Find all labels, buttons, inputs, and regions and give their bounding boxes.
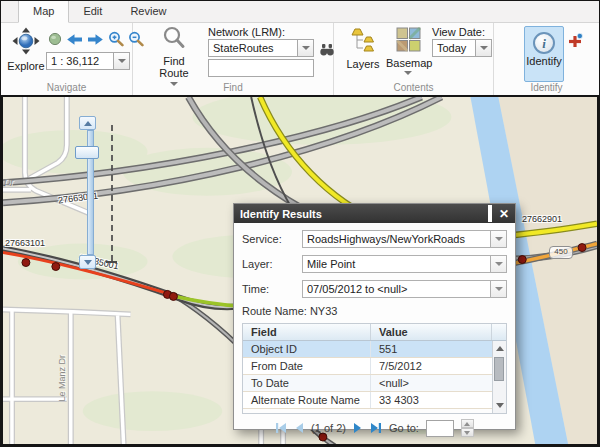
chevron-down-icon bbox=[495, 262, 503, 266]
table-row[interactable]: Object ID 551 bbox=[243, 341, 506, 358]
previous-page-button[interactable] bbox=[294, 422, 304, 434]
cell-field: To Date bbox=[243, 375, 371, 391]
identify-results-dialog: Identify Results ✕ Service: RoadsHighway… bbox=[233, 203, 516, 430]
cell-value: <null> bbox=[371, 375, 506, 391]
ribbon-tab-bar: Map Edit Review bbox=[1, 1, 599, 23]
scroll-up-icon[interactable] bbox=[496, 346, 504, 351]
identify-point-button[interactable] bbox=[566, 32, 584, 50]
map-canvas[interactable]: 27663001 27663101 27935001 27662901 Le M… bbox=[3, 97, 597, 444]
layer-label: Layer: bbox=[242, 258, 302, 270]
identify-button[interactable]: i Identify bbox=[524, 26, 564, 82]
cell-value: 33 4303 bbox=[371, 392, 506, 408]
layer-value: Mile Point bbox=[302, 255, 491, 273]
zoom-in-icon[interactable] bbox=[107, 30, 125, 48]
route-search-input[interactable] bbox=[208, 59, 314, 77]
table-scrollbar[interactable] bbox=[492, 341, 506, 413]
previous-extent-arrow-icon[interactable] bbox=[65, 32, 84, 47]
group-identify: i Identify Identify bbox=[494, 23, 599, 95]
layers-label: Layers bbox=[342, 58, 384, 70]
goto-spinner bbox=[461, 419, 474, 437]
basemap-button[interactable]: Basemap bbox=[386, 27, 430, 75]
scroll-thumb[interactable] bbox=[494, 357, 504, 381]
close-button[interactable]: ✕ bbox=[499, 209, 509, 219]
tab-edit[interactable]: Edit bbox=[69, 1, 116, 22]
goto-page-input[interactable] bbox=[426, 420, 454, 437]
cell-value: 7/5/2012 bbox=[371, 358, 506, 374]
service-combobox[interactable]: RoadsHighways/NewYorkRoads bbox=[302, 230, 507, 248]
zoom-slider-handle[interactable] bbox=[75, 146, 99, 159]
zoom-slider-down-button[interactable] bbox=[79, 255, 96, 269]
group-label-contents: Contents bbox=[334, 82, 493, 93]
next-extent-arrow-icon[interactable] bbox=[86, 32, 105, 47]
table-row[interactable]: From Date 7/5/2012 bbox=[243, 358, 506, 375]
first-page-button[interactable] bbox=[275, 422, 287, 434]
route-name-row: Route Name: NY33 bbox=[242, 305, 507, 317]
time-value: 07/05/2012 to <null> bbox=[302, 280, 491, 298]
info-circle-icon: i bbox=[533, 32, 555, 54]
layers-tree-icon bbox=[350, 27, 377, 53]
maximize-button[interactable] bbox=[488, 208, 492, 220]
spinner-down-button[interactable] bbox=[461, 428, 474, 437]
last-page-icon bbox=[370, 422, 382, 434]
full-extent-globe-icon[interactable] bbox=[47, 31, 63, 47]
group-label-identify: Identify bbox=[494, 82, 599, 93]
network-dropdown-button[interactable] bbox=[298, 39, 314, 57]
scale-dropdown-button[interactable] bbox=[114, 52, 130, 70]
view-date-dropdown-button[interactable] bbox=[476, 39, 492, 57]
scroll-down-icon[interactable] bbox=[496, 403, 504, 408]
table-row[interactable]: Alternate Route Name 33 4303 bbox=[243, 392, 506, 409]
time-combobox[interactable]: 07/05/2012 to <null> bbox=[302, 280, 507, 298]
network-lrm-label: Network (LRM): bbox=[208, 26, 285, 38]
cell-field: From Date bbox=[243, 358, 371, 374]
dialog-title-bar[interactable]: Identify Results ✕ bbox=[234, 204, 515, 223]
tab-review[interactable]: Review bbox=[116, 1, 180, 22]
triangle-up-icon bbox=[84, 121, 92, 126]
network-lrm-combobox[interactable]: StateRoutes bbox=[208, 39, 314, 57]
time-row: Time: 07/05/2012 to <null> bbox=[242, 280, 507, 298]
chevron-down-icon bbox=[480, 46, 488, 50]
spinner-up-button[interactable] bbox=[461, 419, 474, 428]
table-row[interactable]: To Date <null> bbox=[243, 375, 506, 392]
tab-map[interactable]: Map bbox=[18, 0, 69, 23]
time-dropdown-button[interactable] bbox=[491, 280, 507, 298]
route-label-27662901: 27662901 bbox=[522, 214, 562, 224]
map-scale-combobox[interactable]: 1 : 36,112 bbox=[46, 52, 130, 70]
route-name-value: NY33 bbox=[310, 305, 338, 317]
find-route-button[interactable]: Find Route bbox=[151, 25, 197, 86]
explore-button[interactable]: Explore bbox=[4, 27, 48, 72]
pagination-bar: (1 of 2) Go to: bbox=[242, 419, 507, 437]
ribbon: Map Edit Review Explore bbox=[1, 1, 599, 95]
route-shield-450: 450 bbox=[549, 246, 573, 259]
basemap-label: Basemap bbox=[386, 57, 430, 69]
next-page-icon bbox=[353, 422, 363, 434]
table-body: Object ID 551 From Date 7/5/2012 To Date… bbox=[243, 341, 506, 413]
last-page-button[interactable] bbox=[370, 422, 382, 434]
basemap-dropdown-caret[interactable] bbox=[404, 71, 412, 75]
chevron-down-icon bbox=[118, 59, 126, 63]
zoom-slider-up-button[interactable] bbox=[79, 116, 96, 130]
street-label-le-manz-dr: Le Manz Dr bbox=[57, 355, 67, 402]
field-column-header: Field bbox=[243, 324, 371, 340]
find-route-label-2: Route bbox=[151, 67, 197, 79]
page-indicator: (1 of 2) bbox=[311, 422, 346, 434]
binoculars-icon bbox=[319, 42, 335, 57]
network-lrm-value: StateRoutes bbox=[208, 39, 298, 57]
value-column-header: Value bbox=[371, 324, 492, 340]
street-label-dr: Dr bbox=[4, 177, 14, 187]
triangle-up-icon bbox=[464, 422, 470, 426]
layer-dropdown-button[interactable] bbox=[491, 255, 507, 273]
view-date-value: Today bbox=[432, 39, 476, 57]
layer-row: Layer: Mile Point bbox=[242, 255, 507, 273]
view-date-combobox[interactable]: Today bbox=[432, 39, 492, 57]
group-label-find: Find bbox=[133, 82, 333, 93]
service-dropdown-button[interactable] bbox=[491, 230, 507, 248]
layers-button[interactable]: Layers bbox=[342, 27, 384, 70]
dialog-title: Identify Results bbox=[240, 208, 481, 220]
table-header: Field Value bbox=[243, 324, 506, 341]
cell-field: Object ID bbox=[243, 341, 371, 357]
identify-label: Identify bbox=[525, 55, 563, 67]
map-scale-value: 1 : 36,112 bbox=[46, 52, 114, 70]
layer-combobox[interactable]: Mile Point bbox=[302, 255, 507, 273]
route-label-27663101: 27663101 bbox=[5, 238, 45, 248]
next-page-button[interactable] bbox=[353, 422, 363, 434]
